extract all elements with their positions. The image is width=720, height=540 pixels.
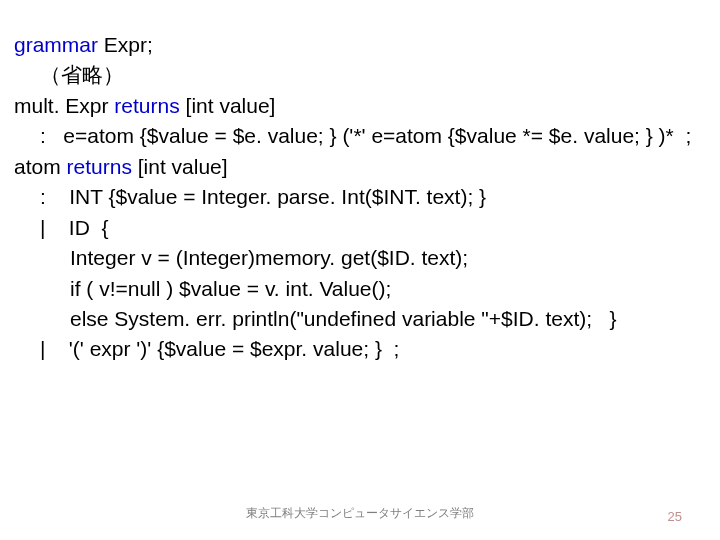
keyword-grammar: grammar — [14, 33, 98, 56]
code-line-3: mult. Expr returns [int value] — [14, 91, 706, 121]
code-block: grammar Expr; （省略） mult. Expr returns [i… — [14, 30, 706, 365]
page-number: 25 — [668, 509, 682, 524]
keyword-returns-1: returns — [114, 94, 179, 117]
code-line-1: grammar Expr; — [14, 30, 706, 60]
code-line-11: | '(' expr ')' {$value = $expr. value; }… — [14, 334, 706, 364]
footer-text: 東京工科大学コンピュータサイエンス学部 — [246, 506, 474, 520]
code-line-2: （省略） — [14, 60, 706, 90]
code-line-9: if ( v!=null ) $value = v. int. Value(); — [14, 274, 706, 304]
code-line-6: : INT {$value = Integer. parse. Int($INT… — [14, 182, 706, 212]
code-line-8: Integer v = (Integer)memory. get($ID. te… — [14, 243, 706, 273]
code-line-4: : e=atom {$value = $e. value; } ('*' e=a… — [14, 121, 706, 151]
code-line-7: | ID { — [14, 213, 706, 243]
keyword-returns-2: returns — [67, 155, 132, 178]
footer: 東京工科大学コンピュータサイエンス学部 — [0, 503, 720, 522]
slide: grammar Expr; （省略） mult. Expr returns [i… — [0, 0, 720, 540]
code-line-5: atom returns [int value] — [14, 152, 706, 182]
code-line-10: else System. err. println("undefined var… — [14, 304, 706, 334]
